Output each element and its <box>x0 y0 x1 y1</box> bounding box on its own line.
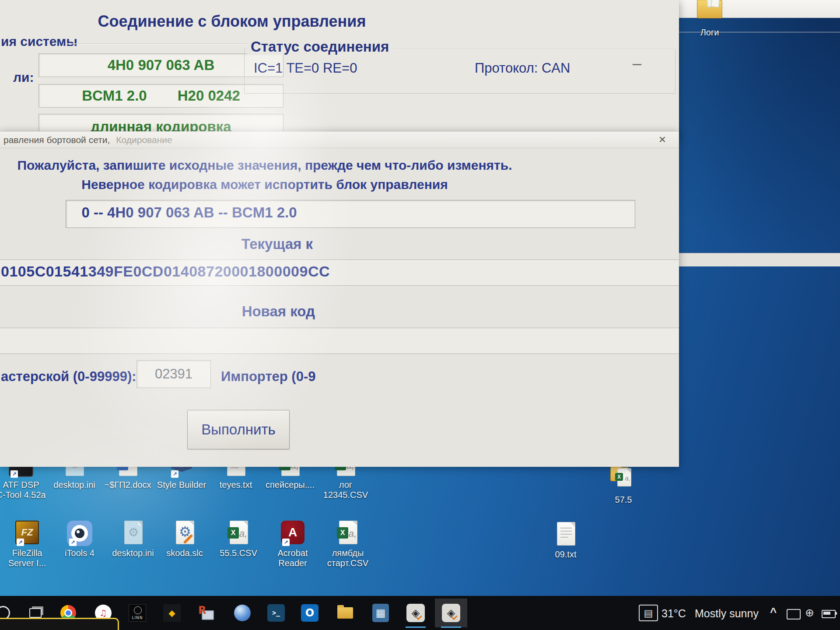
desktop-icon-desktop-ini-2[interactable]: ⚙desktop.ini <box>104 521 162 558</box>
taskbar-icon-vcds[interactable]: ◈ <box>406 603 426 623</box>
shortcut-arrow-icon: ↗ <box>10 470 18 478</box>
display-tray-icon[interactable] <box>787 609 801 620</box>
model-label: ли: <box>13 70 34 85</box>
desktop-icon-label: Логи <box>681 28 738 38</box>
module-name: BCM1 2.0 <box>82 88 147 104</box>
weather-temperature[interactable]: 31°C <box>662 607 686 620</box>
bottom-left-popup <box>0 618 119 630</box>
csv-icon: Xa, <box>334 521 362 546</box>
desktop-icon-lambda-start-csv[interactable]: Xa,лямбды старт.CSV <box>319 521 377 568</box>
desktop-icon-label: skoda.slc <box>156 548 214 558</box>
desktop-icon-label: teyes.txt <box>207 480 265 490</box>
acrobat-icon: A↗ <box>279 521 307 546</box>
system-id-label: ия системы <box>1 34 77 49</box>
current-coding-label: Текущая к <box>184 236 313 252</box>
desktop-icon-file-09-txt[interactable]: 09.txt <box>537 522 595 560</box>
ini-icon: ⚙ <box>119 521 147 546</box>
desktop-icon-csv-55-5[interactable]: Xa,55.5.CSV <box>210 521 267 558</box>
status-title: Статус соединения <box>247 38 392 55</box>
taskbar-icon-linn[interactable]: LINN <box>127 603 147 623</box>
desktop-icon-itools-4[interactable]: ↗iTools 4 <box>51 521 108 558</box>
taskbar-icon-outlook[interactable]: O <box>300 603 320 623</box>
desktop-icon-label: desktop.ini <box>46 480 103 490</box>
desktop-icon-skoda-slc[interactable]: ⚙skoda.slc <box>156 521 214 558</box>
running-app-underline <box>441 626 461 628</box>
desktop-icon-label: ~$ГП2.docx <box>99 480 157 490</box>
battery-icon[interactable] <box>822 610 836 618</box>
desktop-icon-folder-57-5[interactable]: Xa,57.5 <box>595 465 652 505</box>
shortcut-arrow-icon: ↗ <box>69 539 77 546</box>
current-coding-value: 0105C01541349FE0CD01408720001800009CC <box>1 263 330 280</box>
workshop-label: астерской (0-99999): <box>1 369 136 385</box>
connection-window: Соединение с блоком управления ия систем… <box>0 0 679 140</box>
desktop-icon-label: Acrobat Reader <box>264 548 322 568</box>
desktop-icon-label: ATF DSP C-Tool 4.52a <box>0 480 50 500</box>
new-coding-label: Новая код <box>184 303 315 320</box>
desktop-icon-label: 57.5 <box>595 495 652 505</box>
taskbar-icon-sphere[interactable] <box>232 603 252 623</box>
module-version: H20 0242 <box>178 88 240 104</box>
connection-title: Соединение с блоком управления <box>57 12 407 31</box>
desktop-icon-label: лямбды старт.CSV <box>319 548 377 568</box>
warning-line-2: Неверное кодировка может испортить блок … <box>4 177 525 192</box>
desktop-icon-label: desktop.ini <box>104 548 162 558</box>
coding-window: равления бортовой сети, Кодирование × По… <box>0 131 679 467</box>
protocol-label: Протокол: CAN <box>475 60 570 76</box>
desktop-icon-label: спейсеры.... <box>261 480 319 490</box>
shortcut-arrow-icon: ↗ <box>282 539 290 546</box>
taskbar-icon-explorer[interactable] <box>335 603 355 623</box>
desktop-icon-label: 09.txt <box>537 550 595 560</box>
shortcut-arrow-icon: ↗ <box>171 470 178 478</box>
workshop-input[interactable]: 02391 <box>136 360 211 388</box>
taskbar-icon-binance[interactable]: ◆ <box>162 603 182 623</box>
desktop-icon-label: FileZilla Server I... <box>0 548 56 568</box>
tray-chevron-icon[interactable]: ^ <box>770 606 777 619</box>
desktop-icon-label: 55.5.CSV <box>210 548 267 558</box>
status-values: IC=1 TE=0 RE=0 <box>254 60 357 76</box>
coding-titlebar: равления бортовой сети, Кодирование × <box>0 132 679 148</box>
desktop-icon-acrobat-reader[interactable]: A↗Acrobat Reader <box>264 521 322 568</box>
shortcut-arrow-icon: ↗ <box>17 539 24 546</box>
folder-icon <box>696 0 724 25</box>
news-weather-icon[interactable]: ▤ <box>639 605 658 621</box>
warning-line-1: Пожалуйста, запишите исходные значения, … <box>4 158 525 173</box>
taskbar-icon-vcds[interactable]: ◈ <box>441 603 461 623</box>
taskbar-icon-remote[interactable]: R <box>196 603 216 623</box>
module-selector-value: 0 -- 4H0 907 063 AB -- BCM1 2.0 <box>66 204 313 221</box>
importer-label: Импортер (0-9 <box>221 369 316 385</box>
desktop-icon-label: iTools 4 <box>51 548 108 558</box>
close-icon[interactable]: × <box>659 133 666 147</box>
desktop-icon-label: Style Builder <box>153 480 210 490</box>
itools-icon: ↗ <box>66 521 94 546</box>
taskbar-icon-powershell[interactable]: >_ <box>266 603 286 623</box>
minimize-icon[interactable]: – <box>633 54 641 73</box>
txt-icon <box>552 522 580 547</box>
taskbar-icon-calculator[interactable]: ▦ <box>371 603 391 623</box>
new-coding-field[interactable] <box>0 328 679 354</box>
csv-icon: Xa, <box>224 521 252 546</box>
network-globe-icon[interactable]: ⊕ <box>805 606 814 619</box>
desktop-icon-folder-logs[interactable]: Логи <box>681 0 738 38</box>
folder-csv-icon: Xa, <box>609 467 637 493</box>
coding-title-fragment2: Кодирование <box>116 135 172 145</box>
coding-title-fragment: равления бортовой сети, <box>4 135 110 145</box>
weather-condition[interactable]: Mostly sunny <box>695 607 759 620</box>
slc-icon: ⚙ <box>171 521 199 546</box>
filezilla-icon: FZ↗ <box>13 521 41 546</box>
desktop-icon-label: лог 12345.CSV <box>317 480 374 500</box>
desktop-icon-filezilla-server[interactable]: FZ↗FileZilla Server I... <box>0 521 56 568</box>
running-app-underline <box>406 626 426 628</box>
execute-button[interactable]: Выполнить <box>187 410 290 449</box>
